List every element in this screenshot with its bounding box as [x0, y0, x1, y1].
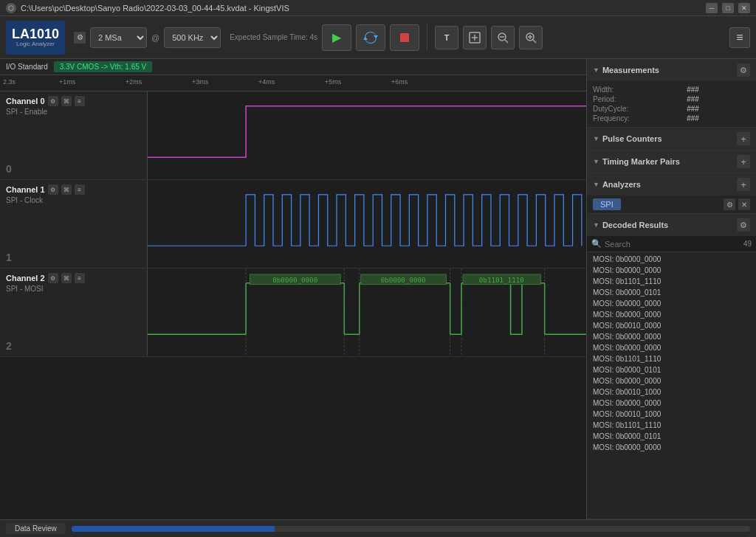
channel-2-trigger-icon[interactable]: ⌘: [61, 273, 72, 283]
channel-2-label: Channel 2 ⚙ ⌘ ≡ SPI - MOSI 2: [0, 268, 148, 356]
measurements-grid: Width: ### Period: ### DutyCycle: ### Fr…: [587, 81, 756, 127]
minimize-button[interactable]: ─: [706, 3, 718, 13]
measurements-header[interactable]: ▼ Measurements ⚙: [587, 59, 756, 81]
analyzers-arrow: ▼: [593, 181, 599, 188]
channel-2-name: Channel 2: [6, 274, 45, 283]
at-label: @: [151, 33, 159, 42]
decoded-results-arrow: ▼: [593, 221, 599, 229]
data-review-tab[interactable]: Data Review: [6, 523, 66, 534]
divider: [427, 24, 427, 51]
decoded-results-header[interactable]: ▼ Decoded Results ⚙: [587, 214, 756, 236]
text-button[interactable]: T: [435, 26, 458, 49]
decoded-results-title: Decoded Results: [602, 221, 668, 229]
decoded-item[interactable]: MOSI: 0b0000_0000: [587, 342, 756, 353]
titlebar: ⬡ C:\Users\pc\Desktop\Sanyo Radio\2022-0…: [0, 0, 756, 16]
channel-0-measure-icon[interactable]: ≡: [75, 96, 85, 106]
frequency-select[interactable]: 500 KHz 1 MHz 2 MHz: [164, 27, 221, 48]
timing-marker-title: Timing Marker Pairs: [602, 157, 680, 166]
channel-1-waveform: [148, 180, 586, 268]
time-5ms: +5ms: [325, 78, 341, 86]
decoded-results-section: ▼ Decoded Results ⚙ 🔍 49 MOSI: 0b0000_00…: [587, 214, 756, 519]
decoded-item[interactable]: MOSI: 0b0010_0000: [587, 320, 756, 331]
pulse-counters-add-button[interactable]: +: [737, 132, 750, 145]
status-progress-bar-container: [72, 526, 750, 532]
zoom-out-button[interactable]: [491, 26, 515, 49]
channel-0-trigger-icon[interactable]: ⌘: [61, 96, 72, 106]
channel-2-waveform: 0b0000_0000 0b0000_0000 0b1101_1110: [148, 268, 586, 356]
zoom-fit-button[interactable]: [463, 26, 487, 49]
decoded-item[interactable]: MOSI: 0b1101_1110: [587, 353, 756, 364]
pulse-counters-title: Pulse Counters: [602, 134, 662, 143]
svg-rect-0: [400, 33, 409, 42]
measurements-gear-button[interactable]: ⚙: [737, 63, 750, 77]
timing-marker-add-button[interactable]: +: [737, 155, 750, 168]
stop-button[interactable]: [390, 24, 419, 51]
loop-button[interactable]: [356, 24, 385, 51]
logo-gear-button[interactable]: ⚙: [74, 32, 86, 44]
search-icon: 🔍: [591, 239, 602, 249]
decoded-item[interactable]: MOSI: 0b0010_1000: [587, 387, 756, 398]
channel-2-measure-icon[interactable]: ≡: [75, 273, 85, 283]
svg-line-5: [505, 40, 508, 43]
status-progress-fill: [72, 526, 275, 532]
decoded-item[interactable]: MOSI: 0b0000_0000: [587, 309, 756, 320]
decoded-item[interactable]: MOSI: 0b0000_0000: [587, 398, 756, 409]
svg-text:0b0000_0000: 0b0000_0000: [272, 277, 317, 284]
play-button[interactable]: ▶: [322, 24, 351, 51]
channel-1-label: Channel 1 ⚙ ⌘ ≡ SPI - Clock 1: [0, 180, 148, 268]
spi-analyzer-close-icon[interactable]: ✕: [738, 198, 750, 210]
channel-0-number: 0: [6, 163, 141, 175]
menu-button[interactable]: ≡: [729, 27, 750, 48]
channel-1-settings-icon[interactable]: ⚙: [48, 184, 58, 195]
zoom-in-button[interactable]: [519, 26, 543, 49]
decoded-item[interactable]: MOSI: 0b0000_0101: [587, 364, 756, 375]
decoded-item[interactable]: MOSI: 0b1101_1110: [587, 420, 756, 431]
decoded-item[interactable]: MOSI: 0b0000_0101: [587, 431, 756, 442]
pulse-counters-section: ▼ Pulse Counters +: [587, 128, 756, 150]
sample-rate-select[interactable]: 2 MSa 1 MSa 500 KSa: [90, 27, 147, 48]
decoded-item[interactable]: MOSI: 0b0000_0000: [587, 298, 756, 309]
pulse-counters-arrow: ▼: [593, 135, 599, 142]
period-label: Period:: [593, 95, 681, 103]
decoded-item[interactable]: MOSI: 0b0000_0000: [587, 375, 756, 387]
channel-0-sub: SPI - Enable: [6, 108, 141, 116]
channel-0-row: Channel 0 ⚙ ⌘ ≡ SPI - Enable 0: [0, 91, 586, 180]
io-voltage-value: 3.3V CMOS -> Vth: 1.65 V: [54, 61, 153, 72]
io-standard-label: I/O Standard: [6, 63, 48, 71]
frequency-info: 500 KHz 1 MHz 2 MHz: [164, 27, 221, 48]
time-ruler: 2.3s +1ms +2ms +3ms +4ms +5ms +6ms: [0, 75, 586, 91]
io-bar: I/O Standard 3.3V CMOS -> Vth: 1.65 V: [0, 59, 586, 75]
close-button[interactable]: ✕: [738, 3, 750, 13]
decoded-item[interactable]: MOSI: 0b0000_0000: [587, 254, 756, 265]
timing-marker-header[interactable]: ▼ Timing Marker Pairs +: [587, 150, 756, 173]
logo: LA1010 Logic Analyzer: [6, 21, 65, 55]
sample-time-info: Expected Sample Time: 4s: [230, 33, 317, 41]
svg-text:0b1101_1110: 0b1101_1110: [479, 277, 524, 284]
channel-1-name: Channel 1: [6, 185, 45, 194]
channel-1-measure-icon[interactable]: ≡: [75, 184, 85, 195]
analyzers-add-button[interactable]: +: [737, 178, 750, 191]
maximize-button[interactable]: □: [722, 3, 734, 13]
spi-analyzer-settings-icon[interactable]: ⚙: [724, 198, 735, 210]
width-value: ###: [687, 86, 750, 94]
channels-area: Channel 0 ⚙ ⌘ ≡ SPI - Enable 0: [0, 91, 586, 519]
channel-0-name: Channel 0: [6, 97, 45, 105]
decoded-results-gear-button[interactable]: ⚙: [737, 218, 750, 232]
channel-2-number: 2: [6, 340, 141, 352]
decoded-item[interactable]: MOSI: 0b1101_1110: [587, 276, 756, 287]
channel-2-settings-icon[interactable]: ⚙: [48, 273, 58, 283]
decoded-item[interactable]: MOSI: 0b0010_1000: [587, 409, 756, 420]
time-4ms: +4ms: [258, 78, 275, 86]
analyzers-header[interactable]: ▼ Analyzers +: [587, 173, 756, 195]
logo-title: LA1010: [12, 27, 59, 41]
decoded-item[interactable]: MOSI: 0b0000_0101: [587, 287, 756, 298]
channel-1-trigger-icon[interactable]: ⌘: [61, 184, 72, 195]
decoded-item[interactable]: MOSI: 0b0000_0000: [587, 331, 756, 342]
decoded-item[interactable]: MOSI: 0b0000_0000: [587, 265, 756, 276]
toolbar: LA1010 Logic Analyzer ⚙ 2 MSa 1 MSa 500 …: [0, 16, 756, 59]
channel-0-settings-icon[interactable]: ⚙: [48, 96, 58, 106]
measurements-section: ▼ Measurements ⚙ Width: ### Period: ### …: [587, 59, 756, 128]
decoded-item[interactable]: MOSI: 0b0000_0000: [587, 442, 756, 453]
search-input[interactable]: [605, 240, 740, 249]
pulse-counters-header[interactable]: ▼ Pulse Counters +: [587, 128, 756, 150]
